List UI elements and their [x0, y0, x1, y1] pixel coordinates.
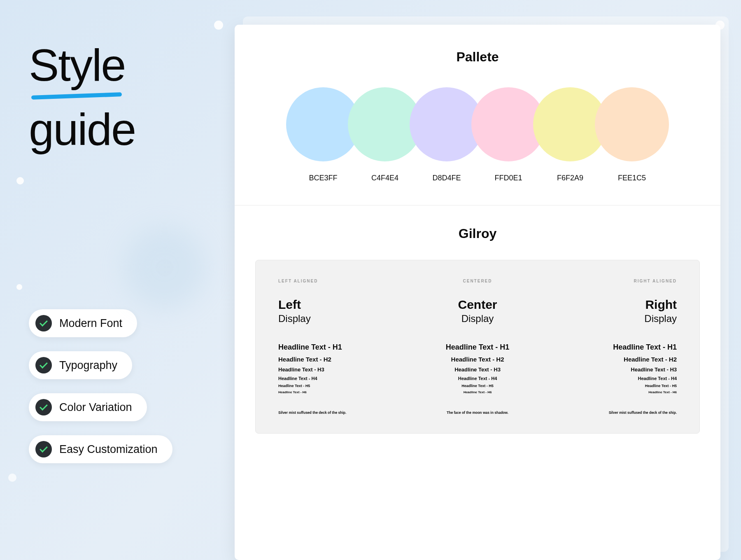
palette-section: Pallete BCE3FF C4F4E4 D8D4FE [235, 25, 720, 205]
swatch: FEE1C5 [595, 87, 669, 182]
headline-h2: Headline Text - H2 [415, 356, 540, 363]
typo-column-center: CENTERED Center Display Headline Text - … [415, 279, 540, 415]
headline-h4: Headline Text - H4 [552, 376, 677, 381]
headline-h5: Headline Text - H5 [552, 384, 677, 388]
palette-title: Pallete [255, 49, 700, 65]
swatch-hex: FEE1C5 [595, 174, 669, 182]
display-sub: Display [552, 313, 677, 324]
typo-eyebrow: LEFT ALIGNED [278, 279, 403, 283]
typo-eyebrow: CENTERED [415, 279, 540, 283]
typography-section: Gilroy LEFT ALIGNED Left Display Headlin… [235, 205, 720, 434]
typo-column-left: LEFT ALIGNED Left Display Headline Text … [278, 279, 403, 415]
display-heading: Left [278, 298, 403, 311]
headline-h3: Headline Text - H3 [415, 366, 540, 373]
display-sub: Display [278, 313, 403, 324]
display-heading: Center [415, 298, 540, 311]
headline-h5: Headline Text - H5 [415, 384, 540, 388]
swatch-row: BCE3FF C4F4E4 D8D4FE FFD0E1 [268, 87, 700, 182]
display-sub: Display [415, 313, 540, 324]
typography-title: Gilroy [255, 226, 700, 241]
headline-h4: Headline Text - H4 [278, 376, 403, 381]
body-text: The face of the moon was in shadow. [415, 411, 540, 415]
headline-h6: Headline Text - H6 [278, 390, 403, 394]
headline-h2: Headline Text - H2 [552, 356, 677, 363]
headline-h3: Headline Text - H3 [278, 366, 403, 373]
headline-h5: Headline Text - H5 [278, 384, 403, 388]
headline-h1: Headline Text - H1 [552, 343, 677, 352]
body-text: Silver mist suffused the deck of the shi… [278, 411, 403, 415]
headline-h2: Headline Text - H2 [278, 356, 403, 363]
display-heading: Right [552, 298, 677, 311]
headline-h3: Headline Text - H3 [552, 366, 677, 373]
typography-specimen: LEFT ALIGNED Left Display Headline Text … [255, 260, 700, 434]
headline-h4: Headline Text - H4 [415, 376, 540, 381]
body-text: Silver mist suffused the deck of the shi… [552, 411, 677, 415]
swatch-circle [595, 87, 669, 161]
headline-h1: Headline Text - H1 [278, 343, 403, 352]
typo-eyebrow: RIGHT ALIGNED [552, 279, 677, 283]
headline-h6: Headline Text - H6 [552, 390, 677, 394]
headline-h6: Headline Text - H6 [415, 390, 540, 394]
style-guide-card: Pallete BCE3FF C4F4E4 D8D4FE [235, 25, 720, 560]
typo-column-right: RIGHT ALIGNED Right Display Headline Tex… [552, 279, 677, 415]
headline-h1: Headline Text - H1 [415, 343, 540, 352]
